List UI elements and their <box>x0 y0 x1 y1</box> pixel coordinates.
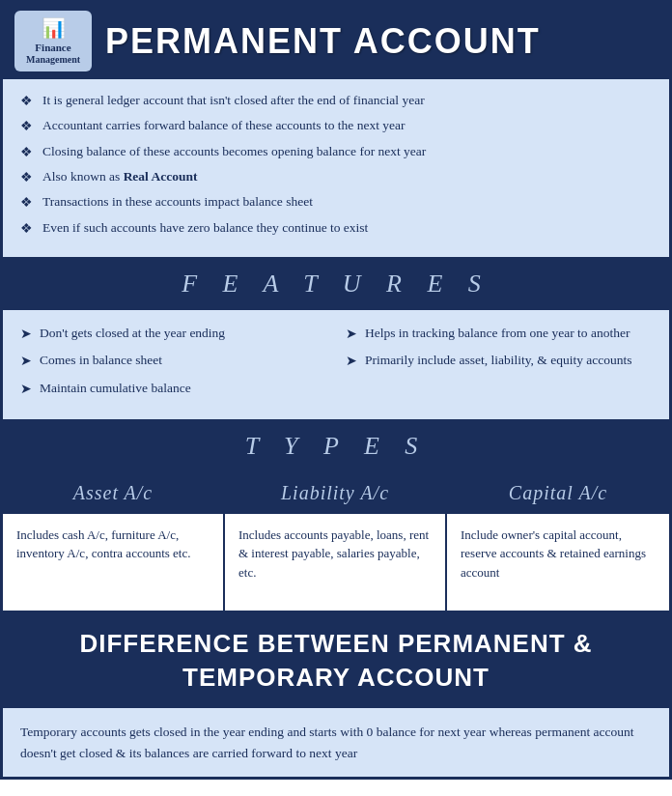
logo-area: 📊 Finance Management <box>14 11 92 71</box>
feature-text: Helps in tracking balance from one year … <box>365 324 630 343</box>
difference-line2: TEMPORARY ACCOUNT <box>182 663 490 692</box>
arrow-icon: ➤ <box>20 352 32 371</box>
asset-header: Asset A/c <box>3 472 223 514</box>
list-item: ➤ Maintain cumulative balance <box>20 379 326 399</box>
types-header-text: T Y P E S <box>245 432 428 460</box>
page-title: PERMANENT ACCOUNT <box>105 21 541 62</box>
arrow-icon: ➤ <box>346 325 357 344</box>
info-text: Accountant carries forward balance of th… <box>42 116 406 135</box>
info-text: It is general ledger account that isn't … <box>42 91 425 110</box>
info-section: ❖ It is general ledger account that isn'… <box>3 79 669 260</box>
difference-line1: DIFFERENCE BETWEEN PERMANENT & <box>79 629 592 658</box>
bullet-icon: ❖ <box>20 117 33 136</box>
features-header-text: F E A T U R E S <box>182 270 490 298</box>
bullet-icon: ❖ <box>20 168 33 187</box>
capital-col: Capital A/c Include owner's capital acco… <box>447 472 669 611</box>
bullet-icon: ❖ <box>20 219 33 239</box>
info-list: ❖ It is general ledger account that isn'… <box>20 91 652 239</box>
arrow-icon: ➤ <box>346 352 357 371</box>
liability-col: Liability A/c Includes accounts payable,… <box>225 472 447 611</box>
main-container: 📊 Finance Management PERMANENT ACCOUNT ❖… <box>0 0 672 780</box>
difference-body: Temporary accounts gets closed in the ye… <box>3 708 669 777</box>
list-item: ❖ It is general ledger account that isn'… <box>20 91 652 111</box>
real-account-bold: Real Account <box>124 169 198 184</box>
features-right-col: ➤ Helps in tracking balance from one yea… <box>346 324 652 406</box>
list-item: ❖ Accountant carries forward balance of … <box>20 116 652 136</box>
feature-text: Maintain cumulative balance <box>40 379 191 398</box>
list-item: ❖ Transactions in these accounts impact … <box>20 192 652 213</box>
list-item: ➤ Comes in balance sheet <box>20 351 326 371</box>
feature-text: Don't gets closed at the year ending <box>40 324 225 343</box>
list-item: ➤ Don't gets closed at the year ending <box>20 324 326 344</box>
features-header: F E A T U R E S <box>3 260 669 310</box>
info-text: Closing balance of these accounts become… <box>42 142 426 161</box>
arrow-icon: ➤ <box>20 380 32 399</box>
bullet-icon: ❖ <box>20 143 33 162</box>
features-left-list: ➤ Don't gets closed at the year ending ➤… <box>20 324 326 399</box>
types-header: T Y P E S <box>3 422 669 472</box>
info-text: Transactions in these accounts impact ba… <box>42 192 313 212</box>
list-item: ➤ Primarily include asset, liability, & … <box>346 351 652 371</box>
capital-body: Include owner's capital account, reserve… <box>447 514 669 611</box>
features-right-list: ➤ Helps in tracking balance from one yea… <box>346 324 652 372</box>
asset-col: Asset A/c Includes cash A/c, furniture A… <box>3 472 225 611</box>
list-item: ➤ Helps in tracking balance from one yea… <box>346 324 652 344</box>
liability-header: Liability A/c <box>225 472 445 514</box>
logo-icon: 📊 <box>42 16 66 40</box>
liability-body: Includes accounts payable, loans, rent &… <box>225 514 445 611</box>
capital-header: Capital A/c <box>447 472 669 514</box>
difference-header: DIFFERENCE BETWEEN PERMANENT & TEMPORARY… <box>3 613 669 708</box>
feature-text: Comes in balance sheet <box>40 351 162 370</box>
list-item: ❖ Even if such accounts have zero balanc… <box>20 218 652 239</box>
header: 📊 Finance Management PERMANENT ACCOUNT <box>3 3 669 79</box>
difference-header-text: DIFFERENCE BETWEEN PERMANENT & TEMPORARY… <box>32 627 640 695</box>
features-grid: ➤ Don't gets closed at the year ending ➤… <box>20 324 652 406</box>
logo-management-text: Management <box>26 54 80 66</box>
info-text: Also known as Real Account <box>42 167 198 186</box>
bullet-icon: ❖ <box>20 92 33 111</box>
info-text: Even if such accounts have zero balance … <box>42 218 368 238</box>
types-grid: Asset A/c Includes cash A/c, furniture A… <box>3 472 669 611</box>
features-left-col: ➤ Don't gets closed at the year ending ➤… <box>20 324 326 406</box>
feature-text: Primarily include asset, liability, & eq… <box>365 351 632 370</box>
arrow-icon: ➤ <box>20 325 32 344</box>
list-item: ❖ Also known as Real Account <box>20 167 652 187</box>
list-item: ❖ Closing balance of these accounts beco… <box>20 142 652 162</box>
features-section: ➤ Don't gets closed at the year ending ➤… <box>3 310 669 422</box>
logo-finance-text: Finance <box>35 42 70 54</box>
bullet-icon: ❖ <box>20 193 33 213</box>
asset-body: Includes cash A/c, furniture A/c, invent… <box>3 514 223 611</box>
types-section: Asset A/c Includes cash A/c, furniture A… <box>3 472 669 613</box>
